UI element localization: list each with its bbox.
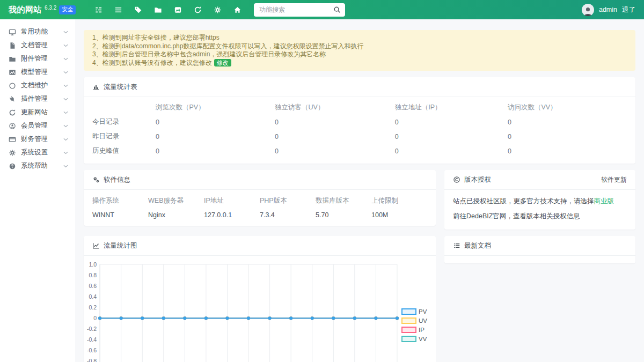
sidebar-item-models[interactable]: 模型管理 [0,65,75,79]
cell-value: 0 [156,144,275,158]
menu-icon[interactable] [108,0,128,19]
legend-swatch [401,308,416,315]
svg-text:-0.8: -0.8 [87,358,97,362]
sidebar-label: 插件管理 [21,94,48,104]
info-row: 软件信息 操作系统 WINNT WEB服务器 Nginx IP地址 127.0.… [84,170,635,230]
traffic-chart-panel: 流量统计图 1.00.80.60.40.20-0.2-0.4-0.6-0.8-1… [84,236,436,362]
software-field: IP地址 127.0.0.1 [204,196,260,219]
folder-icon [9,55,16,63]
legend-item-vv[interactable]: VV [401,336,431,342]
software-update-link[interactable]: 软件更新 [601,175,627,184]
legend-item-uv[interactable]: UV [401,317,431,324]
sidebar-item-finance[interactable]: 财务管理 [0,132,75,146]
panel-header: 软件信息 [84,170,436,190]
svg-text:0: 0 [93,315,97,321]
sidebar-label: 模型管理 [21,68,48,77]
cell-value: 0 [156,115,275,129]
tag-icon[interactable] [128,0,148,19]
sidebar-label: 系统设置 [21,148,48,157]
sidebar-item-plugins[interactable]: 插件管理 [0,92,75,106]
warning-line: 2、检测到data/common.inc.php数据库配置文件权限可以写入，建议… [92,42,627,51]
field-value: 100M [371,211,427,219]
field-value: 5.70 [316,211,371,219]
legend-swatch [401,327,416,333]
sidebar-item-common[interactable]: 常用功能 [0,25,75,39]
sidebar-item-settings[interactable]: 系统设置 [0,146,75,159]
search-input[interactable] [254,3,345,17]
sidebar-label: 文档管理 [21,41,48,50]
chart-icon[interactable] [168,0,188,19]
circle-icon [9,82,16,90]
row-label: 今日记录 [92,115,156,129]
refresh-icon[interactable] [188,0,208,19]
stream-icon[interactable] [89,0,108,19]
chevron-down-icon [63,151,68,154]
software-field: 上传限制 100M [371,196,427,219]
chart-box-icon [9,69,16,76]
cell-value: 0 [395,115,508,129]
field-label: IP地址 [204,196,260,205]
panel-title: 软件信息 [104,175,130,184]
warning-line: 4、检测到默认账号没有修改，建议您修改修改 [92,59,627,68]
user-icon [9,122,16,130]
security-badge[interactable]: 安全 [59,5,76,14]
username[interactable]: admin [599,6,617,13]
license-text: 站点已授权社区版，更多官方技术支持，请选择 [453,197,594,205]
field-label: 数据库版本 [316,196,371,205]
software-field: WEB服务器 Nginx [148,196,204,219]
traffic-chart: 1.00.80.60.40.20-0.2-0.4-0.6-0.8-1.005-2… [86,260,400,362]
refresh-icon [9,109,16,116]
software-field: 数据库版本 5.70 [316,196,371,219]
field-value: WINNT [92,211,148,219]
table-row: 历史峰值 0 0 0 0 [92,144,627,158]
field-value: Nginx [148,211,204,219]
logout-link[interactable]: 退了 [622,5,635,14]
field-value: 7.3.4 [260,211,316,219]
legend-item-ip[interactable]: IP [401,327,431,333]
chevron-down-icon [63,57,68,61]
folder-icon[interactable] [148,0,168,19]
warning-line: 3、检测到后台管理目录名称中包含admin，强烈建议后台管理目录修改为其它名称 [92,50,627,59]
panel-header: 版本授权 软件更新 [444,170,635,190]
sidebar-item-documents[interactable]: 文档管理 [0,39,75,52]
cell-value: 0 [395,129,508,144]
topbar: 我的网站 6.3.2 安全 [0,0,644,19]
bar-chart-icon [92,83,100,91]
column-header-empty [92,99,156,115]
gear-icon[interactable] [208,0,228,19]
list-icon [453,242,460,249]
svg-text:0.8: 0.8 [89,272,97,278]
sidebar-item-maintenance[interactable]: 文档维护 [0,79,75,92]
column-header-ip: 独立地址（IP） [395,99,508,115]
fix-button[interactable]: 修改 [214,59,231,67]
column-header-pv: 浏览次数（PV） [156,99,275,115]
security-warning-box: 1、检测到网址非安全链接，建议您部署https 2、检测到data/common… [84,30,635,71]
sidebar-item-members[interactable]: 会员管理 [0,119,75,132]
table-row: 昨日记录 0 0 0 0 [92,129,627,144]
avatar[interactable] [582,4,594,16]
sidebar-item-update-site[interactable]: 更新网站 [0,106,75,119]
column-header-uv: 独立访客（UV） [275,99,395,115]
latest-docs-body [444,256,635,263]
version-number: 6.3.2 [45,0,56,11]
legend-label: VV [419,336,427,342]
legend-item-pv[interactable]: PV [401,308,431,315]
cell-value: 0 [395,144,508,158]
commercial-edition-link[interactable]: 商业版 [594,197,614,205]
chart-row: 流量统计图 1.00.80.60.40.20-0.2-0.4-0.6-0.8-1… [84,236,635,362]
cell-value: 0 [275,144,395,158]
cogs-icon [92,176,100,183]
chevron-down-icon [63,111,68,114]
legend-swatch [401,317,416,324]
panel-title: 最新文档 [464,241,491,250]
svg-text:0.4: 0.4 [89,293,97,300]
column-header-vv: 访问次数（VV） [508,99,627,115]
chevron-down-icon [63,165,68,168]
home-icon[interactable] [228,0,247,19]
cell-value: 0 [275,115,395,129]
sidebar-item-attachments[interactable]: 附件管理 [0,52,75,65]
sidebar-item-help[interactable]: 系统帮助 [0,159,75,173]
svg-text:-0.2: -0.2 [87,326,97,332]
chevron-down-icon [63,71,68,74]
search-icon[interactable] [333,6,341,13]
